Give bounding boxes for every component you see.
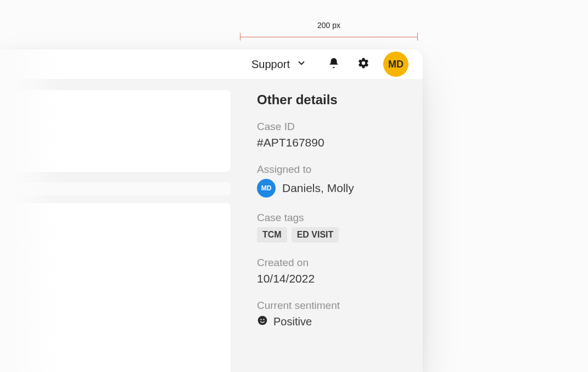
svg-point-2 [263, 319, 264, 320]
field-case-id: Case ID #APT167890 [257, 121, 411, 149]
avatar-initials: MD [388, 59, 404, 70]
field-label: Current sentiment [257, 300, 411, 312]
app-body: Other details Case ID #APT167890 Assigne… [0, 79, 423, 372]
sentiment-text: Positive [273, 315, 312, 328]
field-label: Case tags [257, 212, 411, 224]
field-case-tags: Case tags TCM ED VISIT [257, 212, 411, 243]
assignee-initials: MD [261, 184, 272, 192]
support-label: Support [251, 58, 290, 71]
tag-list: TCM ED VISIT [257, 227, 411, 243]
measurement-label: 200 px [240, 21, 418, 30]
assignee-name: Daniels, Molly [282, 182, 354, 195]
placeholder-card [0, 203, 231, 372]
top-bar: Support MD [0, 49, 423, 79]
field-label: Case ID [257, 121, 411, 133]
assignee-avatar: MD [257, 179, 276, 198]
field-label: Created on [257, 257, 411, 269]
tag[interactable]: TCM [257, 227, 287, 243]
svg-point-1 [260, 319, 261, 320]
field-label: Assigned to [257, 164, 411, 176]
app-window: Support MD Other details [0, 49, 423, 372]
chevron-down-icon [296, 58, 306, 71]
sentiment-value: Positive [257, 315, 411, 329]
notifications-button[interactable] [324, 54, 344, 74]
created-on-value: 10/14/2022 [257, 272, 411, 285]
bell-icon [328, 57, 340, 71]
assignee[interactable]: MD Daniels, Molly [257, 179, 411, 198]
smile-icon [257, 315, 268, 329]
panel-title: Other details [257, 92, 411, 108]
measurement-annotation: 200 px [240, 21, 418, 41]
main-content-placeholder [0, 79, 245, 372]
user-avatar[interactable]: MD [383, 52, 408, 77]
support-dropdown[interactable]: Support [249, 55, 309, 74]
placeholder-strip [0, 182, 231, 195]
field-sentiment: Current sentiment Positive [257, 300, 411, 329]
placeholder-card [0, 90, 231, 172]
svg-point-0 [258, 316, 267, 325]
details-panel: Other details Case ID #APT167890 Assigne… [245, 79, 423, 372]
case-id-value: #APT167890 [257, 136, 411, 149]
field-created-on: Created on 10/14/2022 [257, 257, 411, 285]
gear-icon [357, 57, 369, 71]
tag[interactable]: ED VISIT [292, 227, 339, 243]
field-assigned-to: Assigned to MD Daniels, Molly [257, 164, 411, 198]
settings-button[interactable] [354, 54, 373, 74]
measurement-bar [240, 33, 418, 41]
